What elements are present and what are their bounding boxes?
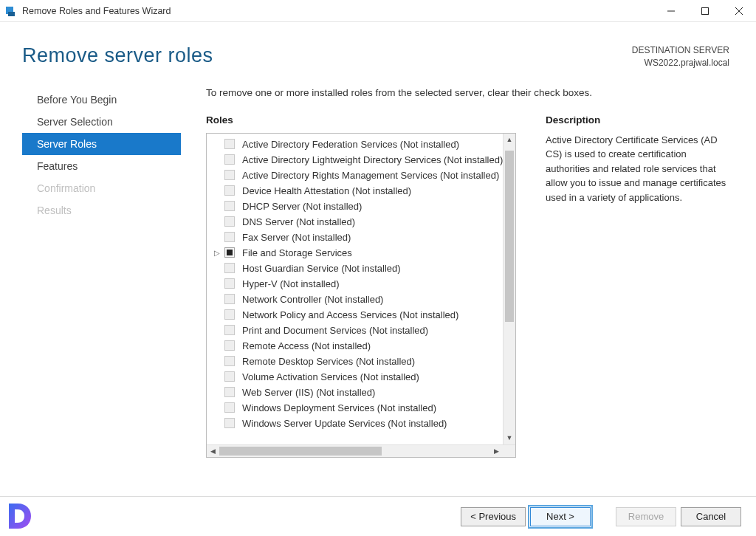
description-column: Description Active Directory Certificate… — [546, 114, 729, 475]
role-row[interactable]: DNS Server (Not installed) — [207, 214, 515, 230]
next-button[interactable]: Next > — [530, 507, 591, 526]
role-checkbox — [224, 185, 235, 196]
role-checkbox — [224, 216, 235, 227]
role-checkbox[interactable] — [224, 247, 235, 258]
role-label: Remote Desktop Services (Not installed) — [242, 356, 415, 367]
role-row[interactable]: Network Policy and Access Services (Not … — [207, 307, 515, 323]
nav-item[interactable]: Server Roles — [22, 133, 181, 155]
role-row[interactable]: Windows Deployment Services (Not install… — [207, 400, 515, 416]
minimize-button[interactable] — [654, 0, 688, 22]
role-label: Fax Server (Not installed) — [242, 232, 351, 243]
destination-server-name: WS2022.prajwal.local — [632, 57, 729, 69]
role-checkbox — [224, 154, 235, 165]
roles-list[interactable]: Active Directory Federation Services (No… — [207, 134, 515, 444]
role-label: Active Directory Lightweight Directory S… — [242, 154, 503, 165]
role-label: File and Storage Services — [242, 247, 352, 258]
role-checkbox — [224, 340, 235, 351]
role-row[interactable]: Active Directory Rights Management Servi… — [207, 168, 515, 183]
roles-column: Roles Active Directory Federation Servic… — [206, 114, 516, 475]
previous-button[interactable]: < Previous — [461, 507, 526, 526]
content-area: To remove one or more installed roles fr… — [181, 87, 729, 475]
svg-rect-3 — [702, 7, 709, 14]
role-checkbox — [224, 139, 235, 149]
close-button[interactable] — [722, 0, 756, 22]
watermark-icon — [4, 501, 35, 532]
role-label: Remote Access (Not installed) — [242, 340, 371, 351]
scroll-thumb[interactable] — [505, 151, 514, 322]
columns: Roles Active Directory Federation Servic… — [206, 114, 729, 475]
role-row[interactable]: Hyper-V (Not installed) — [207, 276, 515, 292]
scroll-up-arrow[interactable]: ▲ — [504, 134, 515, 146]
vertical-scrollbar[interactable]: ▲ ▼ — [503, 134, 515, 444]
role-label: DHCP Server (Not installed) — [242, 201, 362, 212]
wizard-body: Before You BeginServer SelectionServer R… — [0, 77, 756, 475]
scroll-track[interactable] — [504, 146, 515, 432]
role-row[interactable]: DHCP Server (Not installed) — [207, 199, 515, 214]
destination-server: DESTINATION SERVER WS2022.prajwal.local — [632, 44, 729, 69]
maximize-button[interactable] — [688, 0, 722, 22]
roles-header: Roles — [206, 114, 516, 126]
role-label: DNS Server (Not installed) — [242, 216, 355, 227]
window-title: Remove Roles and Features Wizard — [22, 6, 171, 16]
hscroll-thumb[interactable] — [219, 447, 382, 456]
horizontal-scrollbar[interactable]: ◀ ▶ — [207, 444, 515, 457]
role-row[interactable]: Active Directory Federation Services (No… — [207, 137, 515, 152]
role-label: Network Policy and Access Services (Not … — [242, 309, 458, 320]
nav-item: Results — [22, 199, 181, 221]
role-checkbox — [224, 309, 235, 320]
role-checkbox — [224, 263, 235, 273]
hscroll-track[interactable] — [219, 445, 490, 457]
role-checkbox — [224, 371, 235, 382]
description-text: Active Directory Certificate Services (A… — [546, 133, 729, 205]
wizard-nav: Before You BeginServer SelectionServer R… — [22, 87, 181, 475]
cancel-button[interactable]: Cancel — [681, 507, 741, 526]
app-icon — [4, 5, 16, 17]
role-row[interactable]: Network Controller (Not installed) — [207, 292, 515, 307]
nav-item[interactable]: Features — [22, 155, 181, 177]
role-label: Windows Deployment Services (Not install… — [242, 402, 436, 413]
roles-listbox[interactable]: Active Directory Federation Services (No… — [206, 133, 516, 458]
role-checkbox — [224, 387, 235, 397]
role-checkbox — [224, 402, 235, 413]
role-row[interactable]: Print and Document Services (Not install… — [207, 323, 515, 338]
role-row[interactable]: Remote Desktop Services (Not installed) — [207, 354, 515, 369]
nav-item[interactable]: Before You Begin — [22, 89, 181, 111]
role-checkbox — [224, 294, 235, 304]
role-row[interactable]: Remote Access (Not installed) — [207, 338, 515, 354]
remove-button: Remove — [616, 507, 676, 526]
expand-icon[interactable]: ▷ — [214, 249, 221, 257]
role-checkbox — [224, 278, 235, 289]
role-row[interactable]: ▷File and Storage Services — [207, 245, 515, 261]
svg-rect-1 — [8, 12, 15, 16]
role-checkbox — [224, 170, 235, 180]
instruction-text: To remove one or more installed roles fr… — [206, 87, 729, 98]
role-checkbox — [224, 325, 235, 335]
scroll-down-arrow[interactable]: ▼ — [504, 432, 515, 444]
destination-server-label: DESTINATION SERVER — [632, 44, 729, 57]
scroll-right-arrow[interactable]: ▶ — [490, 445, 503, 457]
wizard-header: Remove server roles DESTINATION SERVER W… — [0, 22, 756, 77]
role-checkbox — [224, 418, 235, 428]
nav-item: Confirmation — [22, 177, 181, 199]
scroll-left-arrow[interactable]: ◀ — [207, 445, 219, 457]
role-row[interactable]: Active Directory Lightweight Directory S… — [207, 152, 515, 168]
role-label: Volume Activation Services (Not installe… — [242, 371, 419, 382]
role-label: Windows Server Update Services (Not inst… — [242, 418, 447, 429]
role-checkbox — [224, 356, 235, 366]
role-row[interactable]: Volume Activation Services (Not installe… — [207, 369, 515, 385]
role-checkbox — [224, 201, 235, 211]
page-title: Remove server roles — [22, 44, 213, 67]
role-label: Host Guardian Service (Not installed) — [242, 263, 401, 274]
nav-item[interactable]: Server Selection — [22, 111, 181, 133]
role-row[interactable]: Web Server (IIS) (Not installed) — [207, 385, 515, 400]
role-row[interactable]: Host Guardian Service (Not installed) — [207, 261, 515, 276]
role-label: Network Controller (Not installed) — [242, 294, 383, 305]
role-checkbox — [224, 232, 235, 242]
role-row[interactable]: Windows Server Update Services (Not inst… — [207, 416, 515, 431]
description-header: Description — [546, 114, 729, 126]
role-label: Web Server (IIS) (Not installed) — [242, 387, 375, 398]
role-row[interactable]: Device Health Attestation (Not installed… — [207, 183, 515, 199]
role-row[interactable]: Fax Server (Not installed) — [207, 230, 515, 245]
role-label: Device Health Attestation (Not installed… — [242, 185, 411, 196]
scroll-corner — [503, 445, 515, 457]
